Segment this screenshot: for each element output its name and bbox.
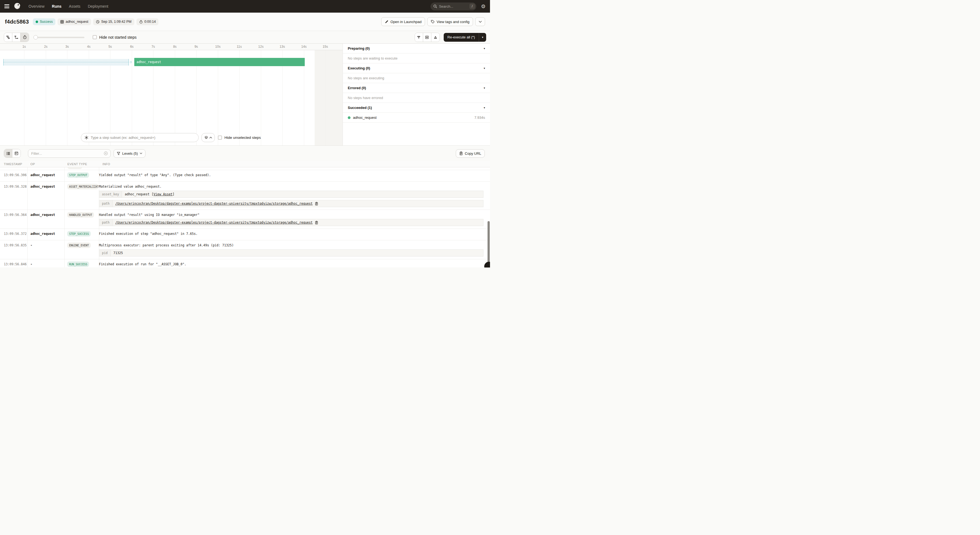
- gantt-toolbar: Hide not started steps Re-execute all (*…: [0, 31, 490, 43]
- event-type-badge: RUN_SUCCESS: [67, 262, 89, 267]
- top-nav: Overview Runs Assets Deployment / ⚙: [0, 0, 490, 13]
- step-status-panel: Preparing (0)▾ No steps are waiting to e…: [342, 43, 490, 145]
- job-badge[interactable]: adhoc_request: [57, 18, 91, 25]
- table-row[interactable]: 13:09:56.328 adhoc_request ASSET_MATERIA…: [0, 182, 490, 210]
- after-run-shade: [315, 50, 342, 145]
- hide-not-started-toggle[interactable]: Hide not started steps: [92, 35, 137, 40]
- run-header: f4dc5863 Success adhoc_request Sep 15, 1…: [0, 13, 490, 31]
- gear-icon[interactable]: ⚙: [481, 4, 485, 9]
- search-icon: [433, 5, 437, 8]
- log-structured-view-button[interactable]: [12, 149, 21, 158]
- path-link[interactable]: /Users/erincochran/Desktop/dagster-examp…: [115, 202, 313, 206]
- step-subset-input[interactable]: [91, 136, 195, 140]
- nav-item-overview[interactable]: Overview: [29, 4, 45, 8]
- metadata-row-path: path /Users/erincochran/Desktop/dagster-…: [99, 200, 484, 207]
- section-preparing[interactable]: Preparing (0)▾: [343, 44, 490, 53]
- event-type-badge: ENGINE_EVENT: [67, 243, 91, 248]
- dagster-logo[interactable]: [13, 2, 21, 10]
- selector-options-button[interactable]: [201, 133, 215, 142]
- view-tags-config-button[interactable]: View tags and config: [427, 17, 473, 26]
- table-row[interactable]: 13:09:56.835 - ENGINE_EVENT Multiprocess…: [0, 240, 490, 259]
- hide-not-started-checkbox[interactable]: [92, 35, 97, 39]
- copy-path-icon[interactable]: [315, 202, 318, 206]
- empty-state-text: No steps are executing: [348, 76, 384, 80]
- gantt-view-mode-group: [4, 33, 29, 42]
- op-selector-icon: [84, 136, 89, 140]
- metadata-row-path: path /Users/erincochran/Desktop/dagster-…: [99, 219, 484, 226]
- section-succeeded[interactable]: Succeeded (1)▾: [343, 103, 490, 113]
- gantt-waterfall-view-button[interactable]: [12, 33, 21, 42]
- levels-dropdown-button[interactable]: Levels (5): [113, 149, 146, 158]
- panel-bottom-button[interactable]: [415, 33, 423, 42]
- log-filter-field[interactable]: [28, 149, 111, 158]
- event-type-badge: HANDLED_OUTPUT: [67, 212, 94, 217]
- log-list-view-button[interactable]: [4, 149, 12, 158]
- waterfall-view-icon: [14, 35, 18, 39]
- slider-handle[interactable]: [33, 35, 38, 40]
- log-toolbar: Levels (5) Copy URL: [0, 145, 490, 161]
- table-row-partial: [0, 168, 490, 170]
- log-op: -: [27, 262, 64, 267]
- open-in-launchpad-button[interactable]: Open in Launchpad: [381, 17, 425, 26]
- duration-badge: 0:00:14: [137, 18, 159, 25]
- hide-unselected-checkbox[interactable]: [218, 136, 222, 140]
- copy-path-icon[interactable]: [315, 221, 318, 224]
- copy-url-button[interactable]: Copy URL: [456, 149, 485, 158]
- reexecute-all-button[interactable]: Re-execute all (*): [444, 33, 479, 42]
- clock-icon: [96, 20, 99, 24]
- step-success-dot: [348, 116, 350, 119]
- event-type-badge: ASSET_MATERIALIZAT…: [67, 184, 99, 189]
- run-id: f4dc5863: [5, 19, 29, 25]
- metadata-row-asset-key: asset_key adhoc_request [View Asset]: [99, 191, 484, 198]
- log-view-mode-group: [4, 149, 21, 158]
- panel-split-button[interactable]: [423, 33, 431, 42]
- global-search[interactable]: /: [431, 2, 476, 10]
- path-link[interactable]: /Users/erincochran/Desktop/dagster-examp…: [115, 220, 313, 224]
- collapse-caret-icon: ▾: [484, 86, 485, 89]
- chevron-down-icon: [140, 153, 142, 154]
- view-asset-link[interactable]: View Asset: [153, 192, 172, 196]
- nav-item-runs[interactable]: Runs: [52, 4, 61, 8]
- table-row[interactable]: 13:09:56.846 - RUN_SUCCESS Finished exec…: [0, 259, 490, 267]
- gantt-flat-view-button[interactable]: [4, 33, 12, 42]
- run-actions-dropdown-button[interactable]: [475, 17, 485, 26]
- log-info: Finished execution of run for "__ASSET_J…: [99, 262, 490, 267]
- log-info: Finished execution of step "adhoc_reques…: [99, 231, 490, 238]
- reexecute-dropdown-button[interactable]: ▾: [479, 33, 486, 42]
- table-row[interactable]: 13:09:56.372 adhoc_request STEP_SUCCESS …: [0, 229, 490, 240]
- log-timestamp: 13:09:56.835: [0, 243, 27, 257]
- gantt-timed-view-button[interactable]: [21, 33, 29, 42]
- clear-filter-icon[interactable]: [103, 151, 108, 156]
- gantt-zoom-slider[interactable]: [33, 35, 84, 40]
- log-timestamp: 13:09:56.328: [0, 184, 27, 207]
- panel-top-button[interactable]: [431, 33, 439, 42]
- table-row[interactable]: 13:09:56.364 adhoc_request HANDLED_OUTPU…: [0, 210, 490, 229]
- table-row[interactable]: 13:09:56.306 adhoc_request STEP_OUTPUT Y…: [0, 170, 490, 182]
- nav-item-deployment[interactable]: Deployment: [88, 4, 108, 8]
- log-op: adhoc_request: [27, 231, 64, 238]
- time-axis: 1s 2s 3s 4s 5s 6s 7s 8s 9s 10s 11s 12s 1…: [0, 44, 342, 50]
- gantt-chart: 1s 2s 3s 4s 5s 6s 7s 8s 9s 10s 11s 12s 1…: [0, 43, 342, 145]
- log-filter-input[interactable]: [31, 152, 103, 156]
- log-info: Yielded output "result" of type "Any". (…: [99, 172, 490, 179]
- chevron-down-icon: [479, 21, 482, 23]
- clipboard-icon: [459, 152, 463, 155]
- list-view-icon: [6, 152, 10, 155]
- hide-unselected-toggle[interactable]: Hide unselected steps: [218, 136, 261, 140]
- section-executing[interactable]: Executing (0)▾: [343, 63, 490, 73]
- step-bar-adhoc-request[interactable]: adhoc_request: [134, 58, 305, 66]
- funnel-icon: [117, 152, 120, 155]
- succeeded-step-row[interactable]: adhoc_request 7.934s: [343, 113, 490, 123]
- log-info: Materialized value adhoc_request. asset_…: [99, 184, 490, 207]
- search-input[interactable]: [439, 5, 469, 8]
- log-info: Multiprocess executor: parent process ex…: [99, 243, 490, 257]
- log-op: adhoc_request: [27, 172, 64, 179]
- event-type-badge: STEP_OUTPUT: [67, 172, 89, 178]
- log-timestamp: 13:09:56.372: [0, 231, 27, 238]
- hamburger-menu-icon[interactable]: [5, 3, 9, 9]
- timed-view-icon: [23, 35, 27, 39]
- section-errored[interactable]: Errored (0)▾: [343, 83, 490, 93]
- step-subset-field[interactable]: [81, 133, 199, 142]
- log-scrollbar-thumb[interactable]: [488, 221, 490, 266]
- nav-item-assets[interactable]: Assets: [69, 4, 80, 8]
